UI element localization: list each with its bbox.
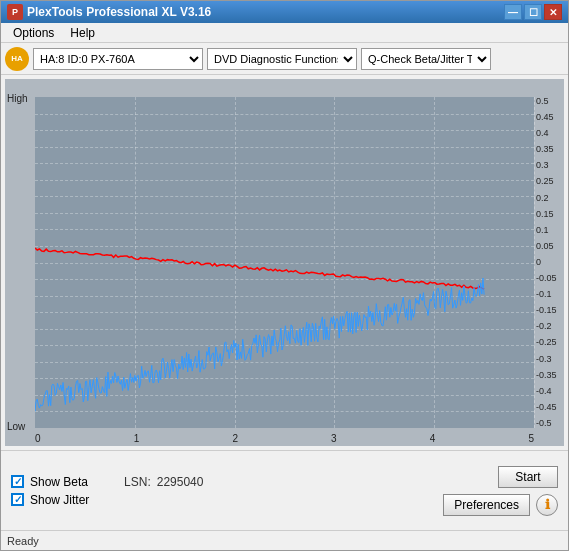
- x-axis-labels: 0 1 2 3 4 5: [35, 433, 534, 444]
- lsn-label: LSN:: [124, 475, 151, 489]
- y-axis-high-label: High: [7, 93, 28, 104]
- device-select[interactable]: HA:8 ID:0 PX-760A: [33, 48, 203, 70]
- menu-options[interactable]: Options: [5, 24, 62, 42]
- preferences-row: Preferences ℹ: [443, 494, 558, 516]
- status-text: Ready: [7, 535, 39, 547]
- show-jitter-label: Show Jitter: [30, 493, 89, 507]
- lsn-area: LSN: 2295040: [124, 475, 203, 489]
- info-button[interactable]: ℹ: [536, 494, 558, 516]
- show-jitter-row: Show Jitter: [11, 493, 443, 507]
- lsn-value: 2295040: [157, 475, 204, 489]
- minimize-button[interactable]: —: [504, 4, 522, 20]
- main-window: P PlexTools Professional XL V3.16 — ☐ ✕ …: [0, 0, 569, 551]
- device-icon: HA: [5, 47, 29, 71]
- test-select[interactable]: Q-Check Beta/Jitter Test: [361, 48, 491, 70]
- function-select[interactable]: DVD Diagnostic Functions: [207, 48, 357, 70]
- show-beta-row: Show Beta LSN: 2295040: [11, 475, 443, 489]
- bottom-left: Show Beta LSN: 2295040 Show Jitter: [11, 475, 443, 507]
- y-axis-right: 0.5 0.45 0.4 0.35 0.3 0.25 0.2 0.15 0.1 …: [534, 97, 564, 428]
- maximize-button[interactable]: ☐: [524, 4, 542, 20]
- start-button[interactable]: Start: [498, 466, 558, 488]
- window-controls: — ☐ ✕: [504, 4, 562, 20]
- preferences-button[interactable]: Preferences: [443, 494, 530, 516]
- chart-area: High Low: [5, 79, 564, 446]
- window-title: PlexTools Professional XL V3.16: [27, 5, 504, 19]
- menu-bar: Options Help: [1, 23, 568, 43]
- menu-help[interactable]: Help: [62, 24, 103, 42]
- bottom-right: Start Preferences ℹ: [443, 466, 558, 516]
- bottom-panel: Show Beta LSN: 2295040 Show Jitter Start…: [1, 450, 568, 530]
- show-beta-checkbox[interactable]: [11, 475, 24, 488]
- chart-canvas: [35, 97, 534, 428]
- status-bar: Ready: [1, 530, 568, 550]
- show-beta-label: Show Beta: [30, 475, 88, 489]
- app-icon: P: [7, 4, 23, 20]
- close-button[interactable]: ✕: [544, 4, 562, 20]
- show-jitter-checkbox[interactable]: [11, 493, 24, 506]
- y-axis-low-label: Low: [7, 421, 25, 432]
- toolbar: HA HA:8 ID:0 PX-760A DVD Diagnostic Func…: [1, 43, 568, 75]
- title-bar: P PlexTools Professional XL V3.16 — ☐ ✕: [1, 1, 568, 23]
- chart-plot-area: [35, 97, 534, 428]
